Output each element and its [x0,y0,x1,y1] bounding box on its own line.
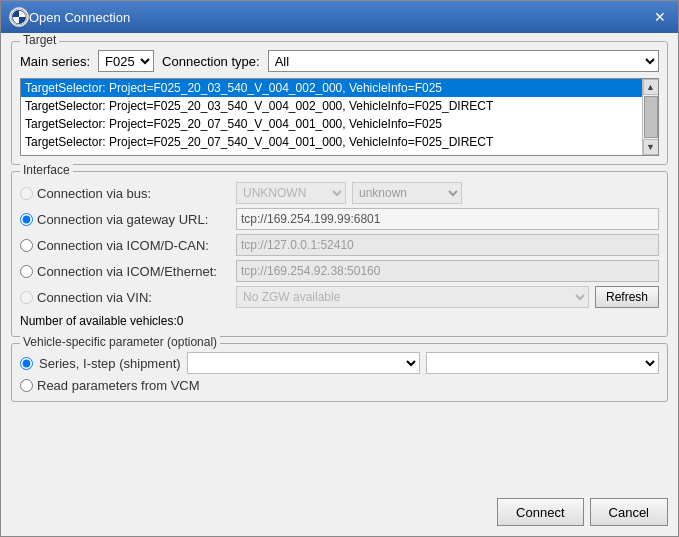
ethernet-radio-wrap: Connection via ICOM/Ethernet: [20,264,230,279]
gateway-radio[interactable] [20,213,33,226]
series-row: Series, I-step (shipment) [20,352,659,374]
dialog-body: Target Main series: F025 F020 F030 Conne… [1,33,678,492]
target-list[interactable]: TargetSelector: Project=F025_20_03_540_V… [21,79,658,155]
series-select-1[interactable] [187,352,420,374]
series-select-2[interactable] [426,352,659,374]
list-item[interactable]: TargetSelector: Project=F025_20_07_540_V… [21,133,642,151]
scroll-up-arrow[interactable]: ▲ [643,79,659,95]
cancel-button[interactable]: Cancel [590,498,668,526]
vehicle-specific-group: Vehicle-specific parameter (optional) Se… [11,343,668,402]
refresh-button[interactable]: Refresh [595,286,659,308]
bus-radio[interactable] [20,187,33,200]
bus-radio-wrap: Connection via bus: [20,186,230,201]
dcan-label: Connection via ICOM/D-CAN: [37,238,209,253]
vin-row: Connection via VIN: No ZGW available Ref… [20,286,659,308]
available-vehicles-text: Number of available vehicles:0 [20,314,659,328]
gateway-input[interactable] [236,208,659,230]
open-connection-dialog: Open Connection ✕ Target Main series: F0… [0,0,679,537]
main-series-label: Main series: [20,54,90,69]
title-bar: Open Connection ✕ [1,1,678,33]
list-item[interactable]: TargetSelector: Project=F025_20_03_540_V… [21,97,642,115]
bus-select-2[interactable]: unknown [352,182,462,204]
list-scrollbar[interactable]: ▲ ▼ [642,79,658,155]
dialog-footer: Connect Cancel [1,492,678,536]
ethernet-row: Connection via ICOM/Ethernet: [20,260,659,282]
ethernet-radio[interactable] [20,265,33,278]
connection-type-label: Connection type: [162,54,260,69]
connection-type-select[interactable]: All ICOM Gateway [268,50,659,72]
vin-radio[interactable] [20,291,33,304]
vehicle-specific-label: Vehicle-specific parameter (optional) [20,335,220,349]
target-group: Target Main series: F025 F020 F030 Conne… [11,41,668,165]
gateway-radio-wrap: Connection via gateway URL: [20,212,230,227]
target-group-label: Target [20,33,59,47]
vcm-row: Read parameters from VCM [20,378,659,393]
scroll-down-arrow[interactable]: ▼ [643,139,659,155]
series-selects [187,352,659,374]
dcan-radio[interactable] [20,239,33,252]
bus-row: Connection via bus: UNKNOWN unknown [20,182,659,204]
main-series-select[interactable]: F025 F020 F030 [98,50,154,72]
vin-select[interactable]: No ZGW available [236,286,589,308]
series-label: Series, I-step (shipment) [39,356,181,371]
interface-group: Interface Connection via bus: UNKNOWN un… [11,171,668,337]
dcan-row: Connection via ICOM/D-CAN: [20,234,659,256]
connect-button[interactable]: Connect [497,498,583,526]
series-radio[interactable] [20,357,33,370]
interface-grid: Connection via bus: UNKNOWN unknown Conn… [20,182,659,328]
bmw-logo-icon [9,7,29,27]
target-row: Main series: F025 F020 F030 Connection t… [20,50,659,72]
vcm-radio[interactable] [20,379,33,392]
list-item[interactable]: TargetSelector: Project=F025_20_03_540_V… [21,79,642,97]
dcan-input[interactable] [236,234,659,256]
ethernet-input[interactable] [236,260,659,282]
ethernet-label: Connection via ICOM/Ethernet: [37,264,217,279]
vin-radio-wrap: Connection via VIN: [20,290,230,305]
vin-label: Connection via VIN: [37,290,152,305]
gateway-row: Connection via gateway URL: [20,208,659,230]
interface-group-label: Interface [20,163,73,177]
bus-select-1[interactable]: UNKNOWN [236,182,346,204]
list-item[interactable]: TargetSelector: Project=F025_20_07_540_V… [21,115,642,133]
close-button[interactable]: ✕ [650,7,670,27]
vcm-label: Read parameters from VCM [37,378,200,393]
bus-label: Connection via bus: [37,186,151,201]
target-list-container: TargetSelector: Project=F025_20_03_540_V… [20,78,659,156]
dialog-title: Open Connection [29,10,650,25]
dcan-radio-wrap: Connection via ICOM/D-CAN: [20,238,230,253]
scroll-thumb[interactable] [644,96,658,138]
gateway-label: Connection via gateway URL: [37,212,208,227]
